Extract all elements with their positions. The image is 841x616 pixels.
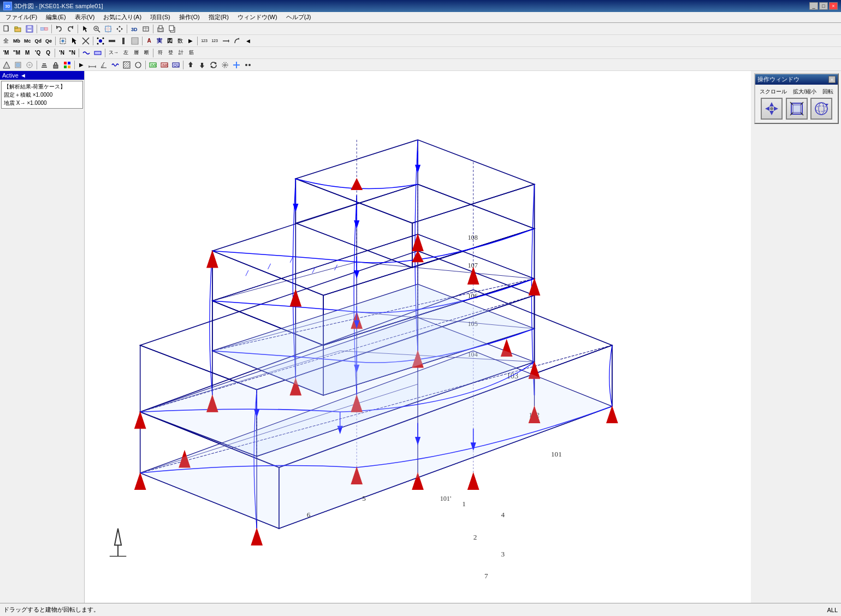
- tb2-e[interactable]: ▶: [186, 36, 196, 46]
- tb4-refresh[interactable]: [208, 60, 219, 70]
- tb4-circle[interactable]: [133, 60, 144, 70]
- scroll-control-button[interactable]: [761, 98, 783, 120]
- menu-window[interactable]: ウィンドウ(W): [233, 12, 282, 22]
- menu-view[interactable]: 表示(V): [70, 12, 99, 22]
- active-badge[interactable]: Active ◄: [0, 71, 84, 80]
- tb-undo[interactable]: [54, 24, 64, 34]
- tb-save[interactable]: [24, 24, 35, 34]
- tb4-c[interactable]: [24, 60, 35, 70]
- zoom-control-button[interactable]: [786, 98, 808, 120]
- close-button[interactable]: ×: [829, 2, 838, 10]
- tb4-dim[interactable]: [87, 60, 98, 70]
- maximize-button[interactable]: □: [819, 2, 828, 10]
- tb3-ka[interactable]: ス→: [107, 48, 120, 58]
- tb3-N2[interactable]: "N: [67, 48, 77, 58]
- tb2-selection-box[interactable]: [57, 36, 68, 46]
- tb4-img3[interactable]: OUT: [170, 60, 181, 70]
- tb3-sym3[interactable]: 計: [176, 48, 186, 58]
- tb-3d-view[interactable]: 3D: [129, 24, 140, 34]
- control-window-close-button[interactable]: ×: [828, 76, 836, 83]
- tb3-kc[interactable]: 層: [131, 48, 141, 58]
- tb3-M2[interactable]: "M: [11, 48, 22, 58]
- tb4-hatching[interactable]: [121, 60, 132, 70]
- tb4-lock[interactable]: [50, 60, 61, 70]
- tb-redo[interactable]: [65, 24, 76, 34]
- info-line2: 固定＋積載 ×1.0000: [4, 91, 80, 99]
- tb2-123b[interactable]: 123: [210, 36, 220, 46]
- tb2-cross[interactable]: [80, 36, 91, 46]
- menu-edit[interactable]: 編集(E): [42, 12, 70, 22]
- tb4-a[interactable]: [1, 60, 12, 70]
- tb4-more1[interactable]: [231, 60, 242, 70]
- rotate-control-button[interactable]: [810, 98, 832, 120]
- tb3-kd[interactable]: 断: [141, 48, 151, 58]
- tb3-kb[interactable]: 左: [121, 48, 131, 58]
- tb2-m3[interactable]: Qd: [33, 36, 44, 46]
- tb2-m2[interactable]: Mc: [22, 36, 33, 46]
- window-controls[interactable]: _ □ ×: [809, 2, 838, 10]
- tb2-beam[interactable]: [106, 36, 117, 46]
- minimize-button[interactable]: _: [809, 2, 818, 10]
- tb4-img1[interactable]: IMG: [147, 60, 158, 70]
- tb-zoom-window[interactable]: [91, 24, 102, 34]
- tb2-d[interactable]: 数: [175, 36, 185, 46]
- tb-copy[interactable]: [167, 24, 177, 34]
- tb4-up[interactable]: [185, 60, 196, 70]
- tb2-cursor2[interactable]: [69, 36, 80, 46]
- menu-items[interactable]: 項目(S): [146, 12, 175, 22]
- tb2-c[interactable]: 図: [165, 36, 175, 46]
- tb2-node[interactable]: [95, 36, 106, 46]
- tb3-M3[interactable]: M: [22, 48, 32, 58]
- tb3-deform[interactable]: [81, 48, 92, 58]
- canvas-area[interactable]: 108 107 106 105 104 103 102 101 101': [85, 71, 751, 603]
- menu-operate[interactable]: 操作(O): [175, 12, 204, 22]
- tb3-sym1[interactable]: 符: [155, 48, 165, 58]
- tb2-arr[interactable]: [220, 36, 231, 46]
- tb2-q[interactable]: ◀: [243, 36, 253, 46]
- tb2-rot[interactable]: [232, 36, 242, 46]
- tb4-layer[interactable]: [39, 60, 50, 70]
- tb3-Q[interactable]: 'Q: [33, 48, 43, 58]
- menu-specify[interactable]: 指定(R): [204, 12, 233, 22]
- tb-print[interactable]: [155, 24, 166, 34]
- tb-plan[interactable]: [140, 24, 151, 34]
- tb-cursor[interactable]: [80, 24, 91, 34]
- tb-open[interactable]: [13, 24, 23, 34]
- menu-favorites[interactable]: お気に入り(A): [99, 12, 146, 22]
- tb4-img2[interactable]: IMG: [159, 60, 170, 70]
- tb3-sym2[interactable]: 登: [165, 48, 175, 58]
- sep-t4-4: [183, 61, 183, 69]
- tb4-more2[interactable]: [242, 60, 253, 70]
- tb2-b[interactable]: 実: [155, 36, 164, 46]
- tb3-stress[interactable]: [92, 48, 103, 58]
- tb-pan[interactable]: [114, 24, 125, 34]
- tb4-b[interactable]: [13, 60, 23, 70]
- menu-file[interactable]: ファイル(F): [1, 12, 42, 22]
- tb4-wave[interactable]: [110, 60, 121, 70]
- tb2-123a[interactable]: 123: [199, 36, 209, 46]
- tb2-column[interactable]: [118, 36, 129, 46]
- tb3-N[interactable]: 'N: [57, 48, 67, 58]
- tb4-angle[interactable]: [98, 60, 109, 70]
- tb-3d-grid[interactable]: [39, 24, 50, 34]
- tb2-m1[interactable]: Mb: [11, 36, 22, 46]
- tb2-a[interactable]: A: [144, 36, 154, 46]
- tb4-settings[interactable]: [220, 60, 230, 70]
- tb2-select-all[interactable]: 全: [1, 36, 11, 46]
- tb4-text[interactable]: ▶: [76, 60, 86, 70]
- tb3-sym4[interactable]: 筋: [186, 48, 196, 58]
- tb3-Q2[interactable]: Q: [43, 48, 53, 58]
- svg-rect-4: [27, 26, 32, 28]
- sep-t3-4: [153, 49, 153, 57]
- svg-text:IMG: IMG: [151, 63, 157, 67]
- tb3-M[interactable]: 'M: [1, 48, 11, 58]
- tb4-down[interactable]: [197, 60, 208, 70]
- menu-help[interactable]: ヘルプ(J): [282, 12, 316, 22]
- tb-new[interactable]: [1, 24, 12, 34]
- tb2-wall[interactable]: [129, 36, 140, 46]
- tb4-color[interactable]: [62, 60, 73, 70]
- svg-point-100: [245, 64, 247, 66]
- tb2-m4[interactable]: Qe: [44, 36, 54, 46]
- sep-t3-1: [55, 49, 55, 57]
- tb-zoom-all[interactable]: [103, 24, 114, 34]
